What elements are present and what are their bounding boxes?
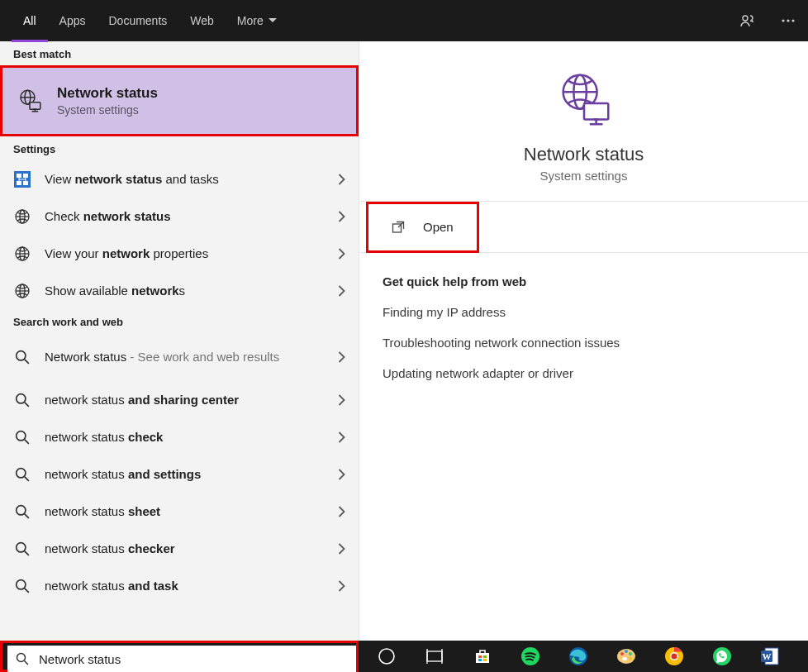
taskbar-search[interactable] [7,646,356,672]
svg-point-36 [17,505,26,514]
feedback-icon[interactable] [734,7,760,34]
tab-apps[interactable]: Apps [48,0,97,41]
preview-title: Network status [524,144,644,165]
result-label: Network status - See work and web result… [45,350,325,365]
svg-line-37 [25,513,29,517]
svg-point-38 [17,542,26,551]
svg-rect-7 [30,102,40,110]
search-icon [13,430,31,445]
chevron-right-icon [338,174,345,185]
chevron-right-icon [338,469,345,480]
tab-documents-label: Documents [108,14,167,27]
tab-documents[interactable]: Documents [97,0,178,41]
chevron-right-icon [338,506,345,517]
search-input[interactable] [37,646,348,672]
svg-point-67 [629,657,632,660]
result-label: network status checker [45,541,325,555]
quick-help-link[interactable]: Updating network adapter or driver [359,358,808,388]
result-label: network status and task [45,579,325,593]
tab-web[interactable]: Web [178,0,226,41]
preview-subtitle: System settings [540,169,628,183]
taskbar-word-icon[interactable]: W [750,641,790,672]
tab-all-label: All [23,14,36,27]
web-results-list: Network status - See work and web result… [0,333,359,604]
settings-result[interactable]: Show available networks [0,272,359,309]
web-result[interactable]: network status and settings [0,455,359,493]
web-result[interactable]: network status check [0,418,359,455]
svg-text:W: W [763,651,772,661]
settings-result[interactable]: View your network properties [0,235,359,272]
search-icon [16,652,29,665]
chevron-right-icon [338,248,345,260]
svg-point-28 [17,351,26,360]
web-result[interactable]: Network status - See work and web result… [0,333,359,381]
svg-point-32 [17,431,26,440]
settings-results-list: View network status and tasks Check netw… [0,160,359,309]
search-icon [13,393,31,407]
taskbar-store-icon[interactable] [463,641,502,672]
taskbar-chrome-canary-icon[interactable] [654,641,694,672]
taskbar-whatsapp-icon[interactable] [702,641,742,672]
chevron-right-icon [338,580,345,592]
web-header: Search work and web [0,309,359,333]
web-result[interactable]: network status and task [0,567,359,604]
result-label: network status and sharing center [45,393,325,407]
settings-result[interactable]: Check network status [0,198,359,235]
search-icon [13,579,31,593]
chevron-right-icon [338,543,345,555]
web-result[interactable]: network status sheet [0,493,359,530]
taskbar-task-view-icon[interactable] [415,641,454,672]
quick-help-link[interactable]: Troubleshooting network connection issue… [359,327,808,358]
svg-point-34 [17,468,26,477]
taskbar-paint-icon[interactable] [606,641,646,672]
result-label: Show available networks [45,284,325,298]
best-match-result[interactable]: Network status System settings [2,68,356,134]
search-scope-tabs: All Apps Documents Web More [0,0,808,41]
svg-point-50 [17,654,26,662]
best-match-subtitle: System settings [57,103,158,117]
svg-line-41 [25,588,29,592]
globe-monitor-icon [16,87,44,115]
svg-rect-15 [23,181,28,185]
svg-line-33 [25,439,29,443]
svg-rect-56 [476,653,489,663]
globe-monitor-icon-large [552,68,616,132]
svg-line-29 [25,360,29,364]
quick-help-link[interactable]: Finding my IP address [359,297,808,327]
globe-icon [13,208,31,225]
search-input-highlight [0,641,359,672]
web-result[interactable]: network status checker [0,530,359,567]
chevron-right-icon [338,285,345,297]
result-label: View your network properties [45,246,325,260]
web-result[interactable]: network status and sharing center [0,381,359,418]
svg-rect-58 [483,655,487,658]
svg-line-51 [25,661,29,665]
results-panel: Best match Network status System setting… [0,41,359,641]
open-icon [392,221,405,234]
svg-point-40 [17,579,26,589]
quick-help-links: Finding my IP addressTroubleshooting net… [359,297,808,388]
more-options-icon[interactable] [775,7,801,34]
tab-more[interactable]: More [226,0,288,41]
result-label: network status check [45,430,325,444]
best-match-highlight: Network status System settings [0,65,359,136]
open-action[interactable]: Open [368,204,477,250]
taskbar-edge-icon[interactable] [558,641,598,672]
taskbar: W [0,641,808,672]
settings-result[interactable]: View network status and tasks [0,160,359,198]
svg-rect-60 [483,659,487,661]
chevron-right-icon [338,394,345,406]
open-label: Open [423,220,454,234]
tab-all[interactable]: All [12,0,48,41]
taskbar-spotify-icon[interactable] [511,641,550,672]
search-icon [13,467,31,482]
result-label: network status sheet [45,504,325,518]
open-action-highlight: Open [366,202,479,253]
chevron-down-icon [269,18,277,23]
result-label: View network status and tasks [45,172,325,186]
svg-line-39 [25,550,29,555]
globe-icon [13,245,31,262]
svg-rect-57 [478,655,482,658]
tab-more-label: More [237,14,264,27]
taskbar-cortana-icon[interactable] [367,641,406,672]
